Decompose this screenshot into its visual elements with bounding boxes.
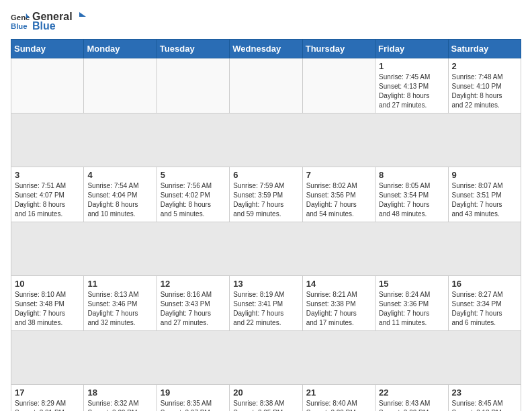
- calendar-cell: [157, 58, 229, 113]
- day-number: 4: [87, 170, 152, 180]
- day-info: Sunrise: 8:07 AM Sunset: 3:51 PM Dayligh…: [452, 181, 517, 219]
- calendar-cell: 18Sunrise: 8:32 AM Sunset: 3:29 PM Dayli…: [84, 385, 157, 412]
- calendar-cell: 10Sunrise: 8:10 AM Sunset: 3:48 PM Dayli…: [11, 276, 84, 331]
- day-number: 18: [87, 387, 152, 398]
- logo: General Blue General Blue: [11, 11, 86, 32]
- calendar-cell: 2Sunrise: 7:48 AM Sunset: 4:10 PM Daylig…: [448, 58, 521, 113]
- calendar-cell: [11, 58, 84, 113]
- day-info: Sunrise: 8:10 AM Sunset: 3:48 PM Dayligh…: [15, 290, 80, 328]
- week-spacer: [11, 331, 521, 385]
- calendar-cell: 12Sunrise: 8:16 AM Sunset: 3:43 PM Dayli…: [157, 276, 229, 331]
- calendar-cell: 11Sunrise: 8:13 AM Sunset: 3:46 PM Dayli…: [84, 276, 157, 331]
- day-number: 8: [379, 170, 444, 180]
- calendar-cell: 22Sunrise: 8:43 AM Sunset: 3:20 PM Dayli…: [375, 385, 448, 412]
- day-number: 23: [452, 387, 517, 398]
- day-info: Sunrise: 7:56 AM Sunset: 4:02 PM Dayligh…: [161, 181, 226, 219]
- calendar-cell: [302, 58, 375, 113]
- calendar-cell: 21Sunrise: 8:40 AM Sunset: 3:22 PM Dayli…: [302, 385, 375, 412]
- week-row-2: 3Sunrise: 7:51 AM Sunset: 4:07 PM Daylig…: [11, 167, 521, 222]
- weekday-header-tuesday: Tuesday: [157, 40, 229, 58]
- day-info: Sunrise: 8:43 AM Sunset: 3:20 PM Dayligh…: [379, 399, 444, 411]
- day-number: 11: [87, 279, 152, 289]
- calendar-cell: 17Sunrise: 8:29 AM Sunset: 3:31 PM Dayli…: [11, 385, 84, 412]
- weekday-header-wednesday: Wednesday: [230, 40, 302, 58]
- calendar-cell: 14Sunrise: 8:21 AM Sunset: 3:38 PM Dayli…: [302, 276, 375, 331]
- day-number: 20: [233, 387, 298, 398]
- day-info: Sunrise: 8:13 AM Sunset: 3:46 PM Dayligh…: [87, 290, 152, 328]
- calendar-cell: 3Sunrise: 7:51 AM Sunset: 4:07 PM Daylig…: [11, 167, 84, 222]
- calendar-cell: 9Sunrise: 8:07 AM Sunset: 3:51 PM Daylig…: [448, 167, 521, 222]
- day-info: Sunrise: 8:21 AM Sunset: 3:38 PM Dayligh…: [306, 290, 371, 328]
- day-number: 2: [452, 61, 517, 71]
- day-info: Sunrise: 8:29 AM Sunset: 3:31 PM Dayligh…: [15, 399, 80, 411]
- week-spacer: [11, 113, 521, 167]
- calendar-cell: 15Sunrise: 8:24 AM Sunset: 3:36 PM Dayli…: [375, 276, 448, 331]
- calendar-cell: 6Sunrise: 7:59 AM Sunset: 3:59 PM Daylig…: [230, 167, 302, 222]
- day-number: 5: [161, 170, 226, 180]
- calendar-cell: 7Sunrise: 8:02 AM Sunset: 3:56 PM Daylig…: [302, 167, 375, 222]
- day-number: 16: [452, 279, 517, 289]
- weekday-header-monday: Monday: [84, 40, 157, 58]
- day-number: 15: [379, 279, 444, 289]
- day-info: Sunrise: 8:16 AM Sunset: 3:43 PM Dayligh…: [161, 290, 226, 328]
- calendar-cell: 23Sunrise: 8:45 AM Sunset: 3:18 PM Dayli…: [448, 385, 521, 412]
- day-number: 9: [452, 170, 517, 180]
- day-number: 10: [15, 279, 80, 289]
- day-info: Sunrise: 8:19 AM Sunset: 3:41 PM Dayligh…: [233, 290, 298, 328]
- day-info: Sunrise: 7:48 AM Sunset: 4:10 PM Dayligh…: [452, 73, 517, 110]
- day-number: 14: [306, 279, 371, 289]
- weekday-header-row: SundayMondayTuesdayWednesdayThursdayFrid…: [11, 40, 521, 58]
- calendar-table: SundayMondayTuesdayWednesdayThursdayFrid…: [11, 39, 521, 411]
- day-info: Sunrise: 8:05 AM Sunset: 3:54 PM Dayligh…: [379, 181, 444, 219]
- day-info: Sunrise: 7:45 AM Sunset: 4:13 PM Dayligh…: [379, 73, 444, 110]
- calendar-cell: 8Sunrise: 8:05 AM Sunset: 3:54 PM Daylig…: [375, 167, 448, 222]
- day-number: 1: [379, 61, 444, 71]
- week-row-3: 10Sunrise: 8:10 AM Sunset: 3:48 PM Dayli…: [11, 276, 521, 331]
- day-info: Sunrise: 8:24 AM Sunset: 3:36 PM Dayligh…: [379, 290, 444, 328]
- calendar-cell: 5Sunrise: 7:56 AM Sunset: 4:02 PM Daylig…: [157, 167, 229, 222]
- weekday-header-saturday: Saturday: [448, 40, 521, 58]
- day-info: Sunrise: 7:54 AM Sunset: 4:04 PM Dayligh…: [87, 181, 152, 219]
- weekday-header-friday: Friday: [375, 40, 448, 58]
- day-number: 3: [15, 170, 80, 180]
- calendar-cell: 1Sunrise: 7:45 AM Sunset: 4:13 PM Daylig…: [375, 58, 448, 113]
- day-number: 6: [233, 170, 298, 180]
- calendar-cell: [230, 58, 302, 113]
- svg-text:Blue: Blue: [11, 22, 28, 30]
- calendar-cell: 13Sunrise: 8:19 AM Sunset: 3:41 PM Dayli…: [230, 276, 302, 331]
- calendar-cell: [84, 58, 157, 113]
- day-info: Sunrise: 8:27 AM Sunset: 3:34 PM Dayligh…: [452, 290, 517, 328]
- svg-marker-3: [79, 12, 86, 17]
- day-number: 21: [306, 387, 371, 398]
- day-number: 12: [161, 279, 226, 289]
- day-info: Sunrise: 7:51 AM Sunset: 4:07 PM Dayligh…: [15, 181, 80, 219]
- week-row-1: 1Sunrise: 7:45 AM Sunset: 4:13 PM Daylig…: [11, 58, 521, 113]
- day-info: Sunrise: 8:38 AM Sunset: 3:25 PM Dayligh…: [233, 399, 298, 411]
- weekday-header-sunday: Sunday: [11, 40, 84, 58]
- weekday-header-thursday: Thursday: [302, 40, 375, 58]
- calendar-cell: 20Sunrise: 8:38 AM Sunset: 3:25 PM Dayli…: [230, 385, 302, 412]
- calendar-cell: 4Sunrise: 7:54 AM Sunset: 4:04 PM Daylig…: [84, 167, 157, 222]
- day-info: Sunrise: 8:45 AM Sunset: 3:18 PM Dayligh…: [452, 399, 517, 411]
- header: General Blue General Blue: [11, 11, 521, 32]
- day-number: 13: [233, 279, 298, 289]
- day-number: 7: [306, 170, 371, 180]
- day-number: 17: [15, 387, 80, 398]
- logo-icon: General Blue: [11, 12, 30, 31]
- day-info: Sunrise: 7:59 AM Sunset: 3:59 PM Dayligh…: [233, 181, 298, 219]
- day-number: 22: [379, 387, 444, 398]
- logo-arrow-icon: [74, 11, 86, 23]
- week-spacer: [11, 222, 521, 276]
- calendar-cell: 16Sunrise: 8:27 AM Sunset: 3:34 PM Dayli…: [448, 276, 521, 331]
- week-row-4: 17Sunrise: 8:29 AM Sunset: 3:31 PM Dayli…: [11, 385, 521, 412]
- day-info: Sunrise: 8:40 AM Sunset: 3:22 PM Dayligh…: [306, 399, 371, 411]
- day-number: 19: [161, 387, 226, 398]
- day-info: Sunrise: 8:32 AM Sunset: 3:29 PM Dayligh…: [87, 399, 152, 411]
- day-info: Sunrise: 8:02 AM Sunset: 3:56 PM Dayligh…: [306, 181, 371, 219]
- calendar-cell: 19Sunrise: 8:35 AM Sunset: 3:27 PM Dayli…: [157, 385, 229, 412]
- day-info: Sunrise: 8:35 AM Sunset: 3:27 PM Dayligh…: [161, 399, 226, 411]
